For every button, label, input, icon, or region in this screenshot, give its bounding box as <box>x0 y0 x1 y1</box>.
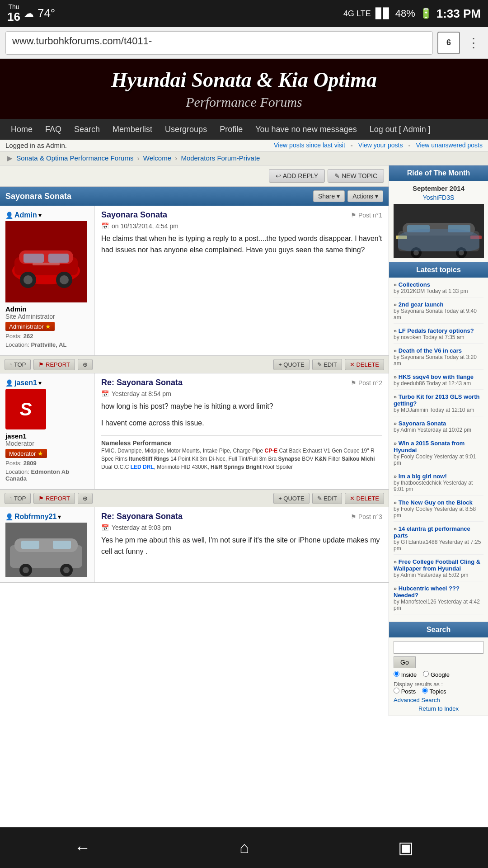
view-posts-since[interactable]: View posts since last visit <box>274 142 345 149</box>
breadcrumb-moderators[interactable]: Moderators Forum-Private <box>181 154 260 162</box>
tab-count[interactable]: 6 <box>437 32 460 54</box>
post-1-edit-button[interactable]: ✎ EDIT <box>312 359 342 370</box>
post-1-top-button[interactable]: ↑ TOP <box>5 359 31 370</box>
topic-by-4: by deedub86 Today at 12:43 am <box>394 380 483 387</box>
post-3: 👤 Robfrmny21 ▾ <box>0 507 389 583</box>
post-1-quote-button[interactable]: + QUOTE <box>273 359 309 370</box>
topic-title-8[interactable]: Im a big girl now! <box>394 473 483 480</box>
post-2-report-button[interactable]: ⚑ REPORT <box>33 493 75 504</box>
post-1-more-button[interactable]: ⊕ <box>78 359 93 370</box>
topic-by-1: by Sayonara Sonata Today at 9:40 am <box>394 308 483 321</box>
search-topics-label[interactable]: Topics <box>422 688 446 695</box>
search-display-label: Display results as : <box>394 681 483 688</box>
post-2-delete-button[interactable]: ✕ DELETE <box>345 493 384 504</box>
topic-title-12[interactable]: Hubcentric wheel ??? Needed? <box>394 585 483 599</box>
topic-item-11: Free College Football Cling & Wallpaper … <box>394 558 483 581</box>
post-2-more-button[interactable]: ⊕ <box>78 493 93 504</box>
search-google-radio[interactable] <box>423 671 429 677</box>
topic-title-6[interactable]: Sayonara Sonata <box>394 420 483 427</box>
battery-pct: 48% <box>395 8 415 19</box>
status-bar: Thu 16 ☁ 74° 4G LTE ▊▊ 48% 🔋 1:33 PM <box>0 0 488 27</box>
search-radio-group: Inside Google <box>394 671 483 678</box>
star2-icon: ★ <box>38 450 43 457</box>
add-reply-button[interactable]: ↩ ADD REPLY <box>269 169 325 183</box>
svg-point-26 <box>459 250 464 255</box>
actions-dropdown[interactable]: Actions ▾ <box>347 190 383 202</box>
breadcrumb-icon: ▶ <box>7 154 13 162</box>
view-your-posts[interactable]: View your posts <box>358 142 403 149</box>
search-google-label[interactable]: Google <box>423 671 450 678</box>
view-unanswered[interactable]: View unanswered posts <box>416 142 483 149</box>
post-1: 👤 Admin ▾ <box>0 206 389 356</box>
post-3-avatar <box>5 523 87 577</box>
topic-title-1[interactable]: 2nd gear launch <box>394 301 483 308</box>
search-go-button[interactable]: Go <box>394 656 416 668</box>
search-section: Search Go Inside Google <box>389 622 488 716</box>
nav-memberlist[interactable]: Memberlist <box>106 125 159 134</box>
svg-rect-28 <box>448 225 470 232</box>
search-inside-radio[interactable] <box>394 671 399 677</box>
breadcrumb-forums[interactable]: Sonata & Optima Performance Forums <box>16 154 133 162</box>
nav-faq[interactable]: FAQ <box>39 125 68 134</box>
post-2-badge: Moderator ★ <box>5 449 47 458</box>
date-block: Thu 16 <box>7 4 20 24</box>
topic-title-11[interactable]: Free College Football Cling & Wallpaper … <box>394 558 483 572</box>
url-bar[interactable]: www.turbohkforums.com/t4011- <box>5 31 433 55</box>
ride-of-month-title: Ride of The Month <box>389 165 488 181</box>
nav-usergroups[interactable]: Usergroups <box>159 125 213 134</box>
search-posts-radio[interactable] <box>394 688 399 693</box>
flag-icon: ⚑ <box>351 212 357 219</box>
nav-logout[interactable]: Log out [ Admin ] <box>363 125 437 134</box>
nav-home[interactable]: Home <box>5 125 39 134</box>
post-3-username[interactable]: Robfrmny21 <box>14 513 56 521</box>
search-results-type: Posts Topics <box>394 688 483 695</box>
nav-profile[interactable]: Profile <box>213 125 249 134</box>
search-input[interactable] <box>394 641 483 654</box>
topic-by-2: by novoken Today at 7:35 am <box>394 334 483 340</box>
post-1-content: Sayonara Sonata ⚑ Post n°1 📅 on 10/13/20… <box>95 206 389 355</box>
dropdown2-icon: ▾ <box>38 379 42 387</box>
svg-point-7 <box>60 275 69 284</box>
signal-icon: ▊▊ <box>375 8 391 19</box>
star-icon: ★ <box>45 323 51 330</box>
topic-title-0[interactable]: Collections <box>394 281 483 288</box>
post-2-username[interactable]: jasen1 <box>14 379 37 387</box>
post-2-username-lower[interactable]: jasen1 <box>5 432 89 440</box>
clock: 1:33 PM <box>436 7 481 21</box>
post-2-top-button[interactable]: ↑ TOP <box>5 493 31 504</box>
browser-menu-icon[interactable]: ⋮ <box>465 35 483 50</box>
post-2-edit-button[interactable]: ✎ EDIT <box>312 493 342 504</box>
search-inside-label[interactable]: Inside <box>394 671 417 678</box>
post-2-quote-button[interactable]: + QUOTE <box>273 493 309 504</box>
post-1-sidebar: 👤 Admin ▾ <box>0 206 95 355</box>
topic-title-3[interactable]: Death of the V6 in cars <box>394 347 483 354</box>
post-2-role: Moderator <box>5 440 89 447</box>
weather-icon: ☁ <box>24 8 34 19</box>
calendar-icon: 📅 <box>101 222 109 230</box>
post-1-username[interactable]: Admin <box>14 211 37 219</box>
post-1-delete-button[interactable]: ✕ DELETE <box>345 359 384 370</box>
advanced-search-link[interactable]: Advanced Search <box>394 697 483 703</box>
admin-icon: 👤 <box>5 212 13 219</box>
nav-messages[interactable]: You have no new messages <box>249 125 363 134</box>
topic-title-7[interactable]: Win a 2015 Sonata from Hyundai <box>394 440 483 453</box>
topic-title-2[interactable]: LF Pedals factory options? <box>394 327 483 334</box>
post-1-badge: Administrator ★ <box>5 322 55 331</box>
topic-title-4[interactable]: HKS ssqv4 bov with flange <box>394 373 483 380</box>
share-button[interactable]: Share ▾ <box>313 190 345 202</box>
post-1-username-lower[interactable]: Admin <box>5 305 89 313</box>
search-topics-radio[interactable] <box>422 688 428 693</box>
topic-title-10[interactable]: 14 elantra gt performance parts <box>394 525 483 539</box>
search-posts-label[interactable]: Posts <box>394 688 416 695</box>
return-index-link[interactable]: Return to Index <box>394 705 483 712</box>
svg-rect-10 <box>33 263 60 265</box>
topic-by-6: by Admin Yesterday at 10:02 pm <box>394 427 483 433</box>
topic-title-5[interactable]: Turbo Kit for 2013 GLS worth getting? <box>394 393 483 407</box>
new-topic-icon: ✎ <box>334 172 340 179</box>
post-1-report-button[interactable]: ⚑ REPORT <box>33 359 75 370</box>
nav-search[interactable]: Search <box>68 125 106 134</box>
breadcrumb-welcome[interactable]: Welcome <box>143 154 171 162</box>
main-layout: ↩ ADD REPLY ✎ NEW TOPIC Sayonara Sonata … <box>0 165 488 716</box>
new-topic-button[interactable]: ✎ NEW TOPIC <box>328 169 384 183</box>
topic-title-9[interactable]: The New Guy on the Block <box>394 499 483 506</box>
